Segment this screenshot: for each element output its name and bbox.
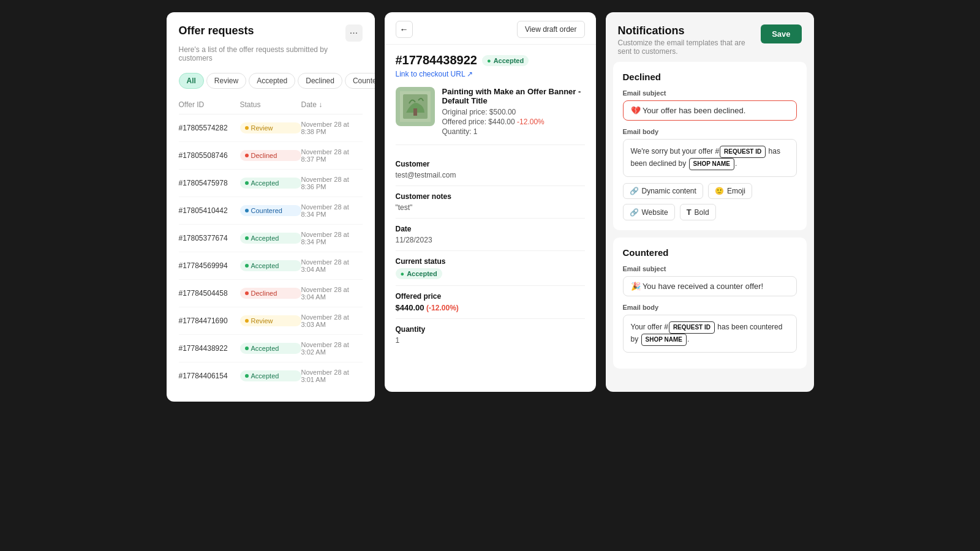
countered-subject-input[interactable] <box>623 276 797 296</box>
quantity-section: Quantity 1 <box>396 319 585 351</box>
countered-body-suffix: . <box>687 335 689 343</box>
filter-counter[interactable]: Counter <box>345 73 375 89</box>
table-row[interactable]: #17784406154 Accepted November 28 at 3:0… <box>179 362 363 389</box>
offer-id: #17805410442 <box>179 206 240 215</box>
website-button[interactable]: 🔗 Website <box>623 204 675 220</box>
status-dot <box>245 347 249 350</box>
table-row[interactable]: #17784471690 Review November 28 at 3:03 … <box>179 307 363 335</box>
date-cell: November 28 at 8:38 PM <box>301 121 363 135</box>
checkout-link[interactable]: Link to checkout URL ↗ <box>396 70 585 78</box>
status-badge: Review <box>240 315 301 326</box>
table-row[interactable]: #17784438922 Accepted November 28 at 3:0… <box>179 335 363 362</box>
main-container: Offer requests ··· Here's a list of the … <box>0 0 980 551</box>
mid-header: ← View draft order <box>385 12 596 45</box>
offered-price-section: Offered price $440.00 (-12.00%) <box>396 286 585 319</box>
status-badge: Accepted <box>240 260 301 271</box>
countered-section-title: Countered <box>623 247 797 258</box>
table-body: #17805574282 Review November 28 at 8:38 … <box>179 114 363 389</box>
offer-number-row: #17784438922 ● Accepted <box>396 53 585 67</box>
status-dot <box>245 181 249 185</box>
save-button[interactable]: Save <box>761 24 801 43</box>
table-row[interactable]: #17805508746 Declined November 28 at 8:3… <box>179 142 363 170</box>
col-offer-id: Offer ID <box>179 100 240 109</box>
product-card: Painting with Make an Offer Banner - Def… <box>396 87 585 145</box>
right-panel: Notifications Customize the email templa… <box>606 12 814 392</box>
filter-declined[interactable]: Declined <box>298 73 342 89</box>
countered-subject-label: Email subject <box>623 265 797 272</box>
dynamic-content-button[interactable]: 🔗 Dynamic content <box>623 183 703 199</box>
filter-accepted[interactable]: Accepted <box>249 73 295 89</box>
offer-id: #17784406154 <box>179 372 240 380</box>
right-header: Notifications Customize the email templa… <box>606 12 814 62</box>
product-image <box>396 87 435 126</box>
status-badge: Accepted <box>240 178 301 189</box>
bold-icon: T <box>687 208 692 217</box>
date-value: 11/28/2023 <box>396 236 585 244</box>
status-dot <box>245 264 249 268</box>
left-panel: Offer requests ··· Here's a list of the … <box>167 12 375 402</box>
customer-email: test@testmail.com <box>396 171 585 179</box>
offered-discount: -12.00% <box>517 118 545 126</box>
status-badge: Accepted <box>240 343 301 354</box>
bold-button[interactable]: T Bold <box>680 204 716 220</box>
date-cell: November 28 at 8:34 PM <box>301 203 363 218</box>
table-row[interactable]: #17784569994 Accepted November 28 at 3:0… <box>179 252 363 280</box>
mid-body: #17784438922 ● Accepted Link to checkout… <box>385 45 596 359</box>
panel-header: Offer requests ··· <box>179 24 363 42</box>
product-title: Painting with Make an Offer Banner - Def… <box>442 87 585 105</box>
original-price: Original price: $500.00 <box>442 108 585 116</box>
filter-bar: All Review Accepted Declined Counter ⇅ <box>179 72 363 89</box>
countered-body-box[interactable]: Your offer #REQUEST ID has been countere… <box>623 315 797 353</box>
date-cell: November 28 at 3:02 AM <box>301 341 363 356</box>
offer-id: #17784569994 <box>179 261 240 270</box>
more-options-button[interactable]: ··· <box>345 24 363 42</box>
table-row[interactable]: #17784504458 Declined November 28 at 3:0… <box>179 280 363 307</box>
status-badge: Accepted <box>240 370 301 381</box>
back-button[interactable]: ← <box>396 21 413 38</box>
table-row[interactable]: #17805377674 Accepted November 28 at 8:3… <box>179 225 363 252</box>
status-badge: Accepted <box>240 233 301 244</box>
declined-body-suffix: . <box>735 159 737 168</box>
filter-all[interactable]: All <box>179 73 204 89</box>
filter-review[interactable]: Review <box>206 73 246 89</box>
svg-rect-2 <box>413 108 417 116</box>
status-dot <box>245 374 249 378</box>
status-dot <box>245 291 249 295</box>
notifications-subtitle: Customize the email templates that are s… <box>618 39 761 56</box>
status-badge: Review <box>240 122 301 133</box>
table-row[interactable]: #17805410442 Countered November 28 at 8:… <box>179 197 363 225</box>
countered-body-prefix: Your offer # <box>631 323 668 331</box>
table-row[interactable]: #17805574282 Review November 28 at 8:38 … <box>179 114 363 142</box>
countered-tag-request-id: REQUEST ID <box>669 321 715 334</box>
col-date: Date ↓ <box>301 100 363 109</box>
dynamic-content-icon: 🔗 <box>630 187 639 195</box>
date-section: Date 11/28/2023 <box>396 219 585 251</box>
declined-subject-input[interactable] <box>623 100 797 121</box>
offer-id: #17805475978 <box>179 179 240 187</box>
offered-price-tag: Offered price: $440.00 -12.00% <box>442 118 585 126</box>
table-row[interactable]: #17805475978 Accepted November 28 at 8:3… <box>179 170 363 197</box>
emoji-button[interactable]: 🙂 Emoji <box>708 183 752 199</box>
status-dot <box>245 209 249 212</box>
declined-body-box[interactable]: We're sorry but your offer #REQUEST ID h… <box>623 139 797 177</box>
status-dot <box>245 236 249 240</box>
current-status-section: Current status ● Accepted <box>396 251 585 286</box>
offer-id: #17805377674 <box>179 234 240 242</box>
notifications-header-text: Notifications Customize the email templa… <box>618 24 761 56</box>
offer-id: #17784471690 <box>179 317 240 325</box>
declined-tag-shop-name: SHOP NAME <box>689 158 734 170</box>
view-draft-button[interactable]: View draft order <box>517 21 585 38</box>
current-status-badge: ● Accepted <box>396 268 442 279</box>
offer-id: #17805574282 <box>179 124 240 132</box>
status-dot <box>245 154 249 157</box>
date-cell: November 28 at 8:34 PM <box>301 231 363 246</box>
offer-status-badge: ● Accepted <box>482 55 529 66</box>
declined-tag-request-id: REQUEST ID <box>720 146 766 158</box>
status-badge: Declined <box>240 150 301 161</box>
date-cell: November 28 at 8:36 PM <box>301 176 363 190</box>
notifications-title: Notifications <box>618 24 761 37</box>
date-cell: November 28 at 3:04 AM <box>301 258 363 273</box>
customer-notes-value: "test" <box>396 203 585 212</box>
emoji-icon: 🙂 <box>715 187 724 195</box>
declined-body-prefix: We're sorry but your offer # <box>631 147 720 156</box>
